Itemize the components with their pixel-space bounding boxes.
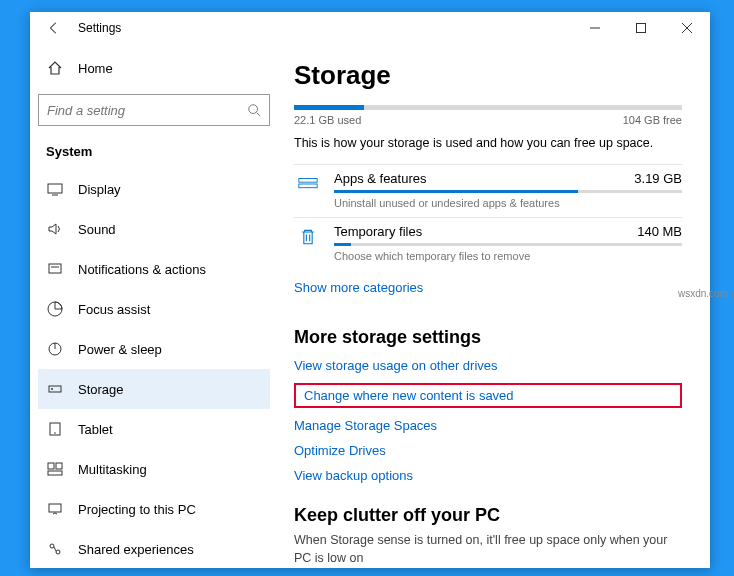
- category-heading: System: [38, 130, 270, 169]
- nav-label: Display: [78, 182, 121, 197]
- apps-icon: [294, 171, 322, 209]
- nav-shared[interactable]: Shared experiences: [38, 529, 270, 568]
- link-backup-options[interactable]: View backup options: [294, 468, 682, 483]
- projecting-icon: [46, 500, 64, 518]
- nav-storage[interactable]: Storage: [38, 369, 270, 409]
- item-name: Apps & features: [334, 171, 427, 186]
- focus-icon: [46, 300, 64, 318]
- settings-window: Settings Home System Display Sound: [30, 12, 710, 568]
- keep-clutter-heading: Keep clutter off your PC: [294, 505, 682, 526]
- display-icon: [46, 180, 64, 198]
- content-pane: Storage 22.1 GB used 104 GB free This is…: [278, 44, 710, 568]
- svg-rect-26: [299, 184, 317, 188]
- storage-bar: [294, 105, 682, 110]
- svg-line-5: [257, 113, 261, 117]
- titlebar: Settings: [30, 12, 710, 44]
- keep-clutter-text: When Storage sense is turned on, it'll f…: [294, 532, 682, 567]
- nav-label: Projecting to this PC: [78, 502, 196, 517]
- storage-icon: [46, 380, 64, 398]
- item-size: 3.19 GB: [634, 171, 682, 186]
- svg-point-14: [51, 388, 53, 390]
- storage-item-temp[interactable]: Temporary files140 MB Choose which tempo…: [294, 217, 682, 270]
- link-other-drives[interactable]: View storage usage on other drives: [294, 358, 682, 373]
- sound-icon: [46, 220, 64, 238]
- link-change-content-saved[interactable]: Change where new content is saved: [294, 383, 682, 408]
- item-sub: Choose which temporary files to remove: [334, 250, 682, 262]
- item-sub: Uninstall unused or undesired apps & fea…: [334, 197, 682, 209]
- svg-point-22: [56, 550, 60, 554]
- page-title: Storage: [294, 60, 682, 91]
- more-settings-heading: More storage settings: [294, 327, 682, 348]
- nav-multitasking[interactable]: Multitasking: [38, 449, 270, 489]
- trash-icon: [294, 224, 322, 262]
- nav-tablet[interactable]: Tablet: [38, 409, 270, 449]
- storage-description: This is how your storage is used and how…: [294, 136, 682, 150]
- storage-item-apps[interactable]: Apps & features3.19 GB Uninstall unused …: [294, 164, 682, 217]
- svg-rect-18: [56, 463, 62, 469]
- power-icon: [46, 340, 64, 358]
- svg-point-16: [54, 432, 56, 434]
- window-controls: [572, 12, 710, 44]
- tablet-icon: [46, 420, 64, 438]
- svg-rect-8: [49, 264, 61, 273]
- search-icon: [247, 103, 261, 117]
- close-button[interactable]: [664, 12, 710, 44]
- nav-label: Sound: [78, 222, 116, 237]
- nav-notifications[interactable]: Notifications & actions: [38, 249, 270, 289]
- watermark: wsxdn.com: [678, 288, 728, 299]
- item-name: Temporary files: [334, 224, 422, 239]
- link-storage-spaces[interactable]: Manage Storage Spaces: [294, 418, 682, 433]
- minimize-button[interactable]: [572, 12, 618, 44]
- shared-icon: [46, 540, 64, 558]
- svg-rect-6: [48, 184, 62, 193]
- nav-label: Multitasking: [78, 462, 147, 477]
- show-more-link[interactable]: Show more categories: [294, 280, 423, 295]
- nav-power[interactable]: Power & sleep: [38, 329, 270, 369]
- maximize-button[interactable]: [618, 12, 664, 44]
- window-title: Settings: [78, 21, 121, 35]
- svg-rect-25: [299, 179, 317, 183]
- nav-focus[interactable]: Focus assist: [38, 289, 270, 329]
- item-size: 140 MB: [637, 224, 682, 239]
- storage-free: 104 GB free: [623, 114, 682, 126]
- nav-label: Power & sleep: [78, 342, 162, 357]
- nav-label: Tablet: [78, 422, 113, 437]
- notifications-icon: [46, 260, 64, 278]
- nav-sound[interactable]: Sound: [38, 209, 270, 249]
- svg-rect-19: [48, 471, 62, 475]
- search-field[interactable]: [47, 103, 247, 118]
- nav-display[interactable]: Display: [38, 169, 270, 209]
- sidebar: Home System Display Sound Notifications …: [30, 44, 278, 568]
- svg-rect-20: [49, 504, 61, 512]
- svg-rect-17: [48, 463, 54, 469]
- home-icon: [46, 59, 64, 77]
- nav-label: Notifications & actions: [78, 262, 206, 277]
- svg-point-21: [50, 544, 54, 548]
- nav-list: Display Sound Notifications & actions Fo…: [38, 169, 270, 568]
- home-button[interactable]: Home: [38, 50, 270, 86]
- search-input[interactable]: [38, 94, 270, 126]
- svg-rect-13: [49, 386, 61, 392]
- nav-label: Focus assist: [78, 302, 150, 317]
- back-button[interactable]: [38, 12, 70, 44]
- svg-rect-1: [637, 24, 646, 33]
- nav-label: Shared experiences: [78, 542, 194, 557]
- svg-point-4: [249, 105, 258, 114]
- link-optimize-drives[interactable]: Optimize Drives: [294, 443, 682, 458]
- multitasking-icon: [46, 460, 64, 478]
- home-label: Home: [78, 61, 113, 76]
- nav-label: Storage: [78, 382, 124, 397]
- storage-used: 22.1 GB used: [294, 114, 361, 126]
- nav-projecting[interactable]: Projecting to this PC: [38, 489, 270, 529]
